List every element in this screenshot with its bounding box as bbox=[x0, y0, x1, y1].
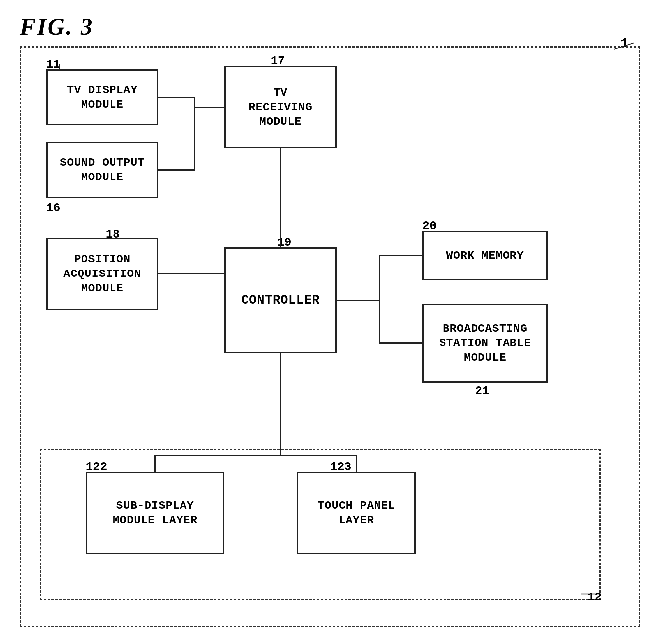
tv-receiving-module: TV RECEIVING MODULE bbox=[224, 66, 337, 148]
ref-20: 20 bbox=[423, 220, 436, 233]
ref-16: 16 bbox=[46, 201, 61, 215]
work-memory-module: WORK MEMORY bbox=[423, 231, 548, 280]
tv-display-module: TV DISPLAY MODULE bbox=[46, 69, 158, 125]
ref-19: 19 bbox=[277, 236, 291, 249]
ref-122: 122 bbox=[86, 460, 107, 474]
ref-11: 11 bbox=[46, 58, 61, 71]
sub-display-layer: SUB-DISPLAY MODULE LAYER bbox=[86, 472, 224, 554]
touch-panel-layer: TOUCH PANEL LAYER bbox=[297, 472, 416, 554]
ref-18: 18 bbox=[106, 228, 120, 241]
figure-title: FIG. 3 bbox=[20, 13, 94, 41]
broadcasting-station-module: BROADCASTING STATION TABLE MODULE bbox=[423, 303, 548, 383]
ref-label-12: 12 bbox=[587, 591, 602, 604]
ref-17: 17 bbox=[271, 54, 285, 68]
ref-21: 21 bbox=[475, 384, 490, 398]
sound-output-module: SOUND OUTPUT MODULE bbox=[46, 142, 158, 198]
position-acquisition-module: POSITION ACQUISITION MODULE bbox=[46, 237, 158, 310]
diagram-page: FIG. 3 1 TV DISPLAY MODULE 11 SOUND OUTP… bbox=[0, 0, 658, 644]
controller-module: CONTROLLER bbox=[224, 248, 337, 353]
ref-123: 123 bbox=[330, 460, 351, 474]
